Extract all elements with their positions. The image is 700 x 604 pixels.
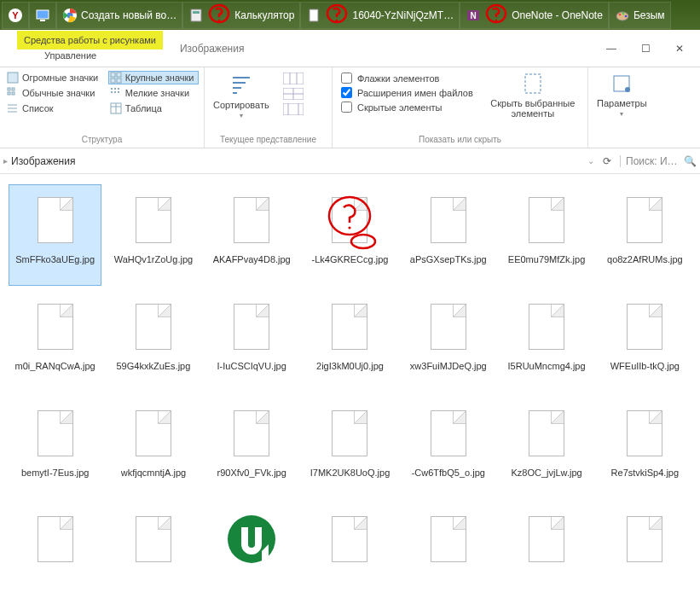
minimize-button[interactable]: — — [594, 37, 628, 61]
file-item[interactable]: -Cw6TfbQ5_o.jpg — [402, 398, 495, 499]
location-dropdown-icon[interactable]: ⌄ — [587, 156, 594, 166]
file-thumbnail — [619, 508, 670, 570]
file-item[interactable]: 2igI3kM0Uj0.jpg — [304, 291, 396, 392]
taskbar-item-3[interactable]: Калькулятор — [182, 2, 300, 29]
view-large-icons[interactable]: Крупные значки — [108, 71, 199, 84]
options-button[interactable]: Параметры ▾ — [588, 67, 656, 121]
view-huge-icons[interactable]: Огромные значки — [5, 71, 103, 84]
file-item[interactable]: xw3FuiMJDeQ.jpg — [402, 291, 495, 392]
file-name-label: Kz8OC_jvjLw.jpg — [511, 468, 581, 479]
taskbar-item-4[interactable]: 16040-YzNiNjQzMT… — [300, 2, 460, 29]
view-small-icons[interactable]: Мелкие значки — [108, 86, 199, 100]
file-item[interactable]: aPsGXsepTKs.jpg — [402, 184, 495, 286]
file-item[interactable] — [402, 503, 495, 594]
file-thumbnail — [521, 508, 572, 570]
annotation-scribble — [322, 192, 377, 248]
file-name-label: 59G4kxkZuEs.jpg — [117, 361, 191, 372]
sort-button[interactable]: Сортировать ▾ — [205, 67, 278, 125]
file-item[interactable] — [304, 503, 396, 594]
tab-images[interactable]: Изображения — [171, 30, 252, 67]
file-item[interactable]: m0i_RANqCwA.jpg — [9, 291, 101, 392]
view-table[interactable]: Таблица — [108, 102, 199, 115]
breadcrumb[interactable]: Изображения — [11, 155, 584, 167]
annotation-scribble — [207, 2, 231, 28]
taskbar-item-1[interactable] — [29, 2, 56, 29]
column-options[interactable] — [278, 67, 309, 125]
file-item[interactable]: 59G4kxkZuEs.jpg — [107, 291, 200, 392]
svg-rect-30 — [111, 88, 113, 90]
svg-rect-23 — [117, 73, 121, 77]
file-item[interactable]: I7MK2UK8UoQ.jpg — [304, 398, 396, 499]
paint-icon — [615, 8, 630, 23]
svg-rect-46 — [283, 73, 304, 84]
svg-rect-24 — [111, 78, 115, 83]
file-item[interactable]: WFEuIIb-tkQ.jpg — [599, 291, 691, 392]
show-hide-checks: Флажки элементов Расширения имен файлов … — [333, 67, 482, 122]
svg-rect-55 — [525, 74, 541, 93]
file-thumbnail — [324, 189, 375, 251]
file-item[interactable] — [107, 503, 200, 594]
file-item[interactable]: I5RUuMncmg4.jpg — [500, 291, 593, 392]
nav-dropdown-icon[interactable]: ▸ — [3, 156, 8, 166]
file-item[interactable]: AKAFPvay4D8.jpg — [205, 184, 298, 286]
file-item[interactable] — [500, 503, 593, 594]
file-item[interactable]: EE0mu79MfZk.jpg — [500, 184, 593, 286]
file-name-label: 2igI3kM0Uj0.jpg — [316, 361, 384, 372]
file-item[interactable]: SmFFko3aUEg.jpg — [9, 184, 101, 286]
file-item[interactable]: WaHQv1rZoUg.jpg — [107, 184, 200, 286]
file-name-label: I7MK2UK8UoQ.jpg — [310, 468, 390, 479]
taskbar-item-0[interactable]: Y — [2, 2, 29, 29]
taskbar: YСоздать новый во…Калькулятор16040-YzNiN… — [0, 0, 700, 30]
search-input[interactable]: Поиск: И… 🔍 — [620, 155, 697, 167]
taskbar-item-label: Безым — [633, 9, 665, 21]
file-item[interactable]: I-IuCSCIqVU.jpg — [205, 291, 298, 392]
file-thumbnail — [521, 403, 572, 464]
ribbon: Огромные значки Крупные значки Обычные з… — [0, 67, 700, 148]
context-tab[interactable]: Средства работы с рисунками — [17, 31, 163, 49]
file-thumbnail — [423, 508, 474, 570]
check-extensions[interactable]: Расширения имен файлов — [341, 87, 473, 98]
file-item[interactable]: Kz8OC_jvjLw.jpg — [500, 398, 593, 499]
file-item[interactable]: wkfjqcmntjA.jpg — [107, 398, 200, 499]
file-item[interactable]: bemytI-7Eus.jpg — [9, 398, 101, 499]
file-thumbnail — [128, 403, 179, 464]
file-item[interactable]: r90Xfv0_FVk.jpg — [205, 398, 298, 499]
file-item[interactable] — [9, 503, 101, 594]
taskbar-item-label: OneNote - OneNote — [512, 9, 603, 21]
hide-selected-button[interactable]: Скрыть выбранные элементы — [482, 67, 584, 122]
file-name-label: xw3FuiMJDeQ.jpg — [410, 361, 487, 372]
view-list[interactable]: Список — [5, 102, 103, 115]
file-item[interactable] — [205, 503, 298, 594]
maximize-button[interactable]: ☐ — [628, 37, 662, 61]
file-item[interactable]: -Lk4GKRECcg.jpg — [304, 184, 396, 286]
file-item[interactable]: qo8z2AfRUMs.jpg — [599, 184, 691, 286]
file-thumbnail — [226, 403, 277, 464]
file-name-label: -Cw6TfbQ5_o.jpg — [412, 468, 485, 479]
file-name-label: Re7stvkiSp4.jpg — [611, 468, 680, 479]
file-name-label: WFEuIIb-tkQ.jpg — [610, 361, 680, 372]
svg-point-16 — [495, 20, 497, 21]
svg-point-18 — [619, 13, 622, 15]
close-button[interactable]: ✕ — [662, 37, 697, 61]
chrome-icon — [62, 8, 78, 23]
check-hidden[interactable]: Скрытые элементы — [341, 102, 473, 113]
taskbar-item-2[interactable]: Создать новый во… — [56, 2, 182, 29]
taskbar-item-5[interactable]: NOneNote - OneNote — [460, 2, 609, 29]
annotation-scribble — [325, 2, 349, 28]
file-thumbnail — [324, 296, 375, 357]
svg-rect-29 — [12, 92, 14, 95]
file-thumbnail — [423, 189, 474, 251]
svg-text:N: N — [471, 11, 477, 20]
file-item[interactable] — [599, 503, 691, 594]
refresh-button[interactable]: ⟳ — [598, 155, 616, 167]
file-thumbnail — [324, 403, 375, 464]
check-item-flags[interactable]: Флажки элементов — [341, 73, 473, 84]
file-thumbnail — [619, 189, 670, 251]
view-normal-icons[interactable]: Обычные значки — [5, 86, 103, 100]
file-item[interactable]: Re7stvkiSp4.jpg — [599, 398, 691, 499]
group-label-current-view: Текущее представление — [205, 133, 332, 148]
svg-rect-28 — [8, 92, 10, 95]
yandex-icon: Y — [8, 8, 23, 23]
svg-point-60 — [351, 235, 375, 248]
taskbar-item-6[interactable]: Безым — [609, 2, 671, 29]
